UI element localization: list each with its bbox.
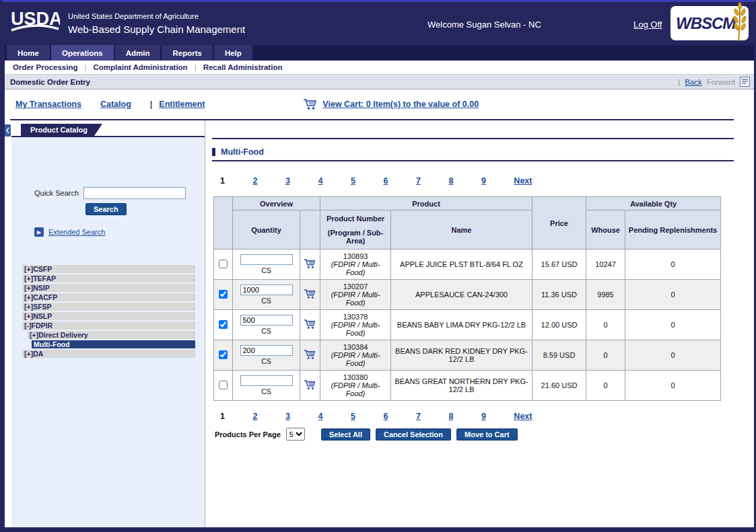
page-7[interactable]: 7 xyxy=(416,412,446,421)
quantity-input[interactable] xyxy=(240,345,293,356)
page-2[interactable]: 2 xyxy=(252,176,283,186)
page-title: Multi-Food xyxy=(221,147,264,157)
program-sub-area: (FDPIR / Multi-Food) xyxy=(323,260,388,276)
page-next[interactable]: Next xyxy=(514,176,544,186)
divider xyxy=(212,138,734,139)
page-9[interactable]: 9 xyxy=(481,412,512,421)
page-1[interactable]: 1 xyxy=(220,176,250,186)
whouse-qty: 0 xyxy=(586,371,625,401)
search-button[interactable]: Search xyxy=(85,203,127,215)
add-to-cart-icon[interactable] xyxy=(304,349,316,360)
pending-qty: 0 xyxy=(625,310,721,340)
add-to-cart-icon[interactable] xyxy=(304,289,316,299)
separator: | xyxy=(85,63,87,71)
page-8[interactable]: 8 xyxy=(448,176,479,186)
page-5[interactable]: 5 xyxy=(351,412,381,421)
tree-item-multi-food: Multi-Food xyxy=(22,340,195,348)
price: 15.67 USD xyxy=(532,250,586,280)
page-3[interactable]: 3 xyxy=(285,176,316,186)
page-4[interactable]: 4 xyxy=(318,176,348,186)
page-5[interactable]: 5 xyxy=(351,176,381,186)
product-number: 130207 xyxy=(323,282,388,291)
quantity-input[interactable] xyxy=(240,254,293,265)
main-panel: Multi-Food 1 2 3 4 5 6 7 8 9 Next xyxy=(205,120,754,527)
products-per-page-select[interactable]: 5 xyxy=(286,428,305,441)
product-number: 130893 xyxy=(323,252,388,260)
subnav-complaint-administration[interactable]: Complaint Administration xyxy=(94,63,188,71)
page-7[interactable]: 7 xyxy=(416,176,446,186)
table-row: CS 130893(FDPIR / Multi-Food) APPLE JUIC… xyxy=(214,250,721,280)
separator: | xyxy=(195,63,197,71)
wheat-icon xyxy=(730,1,750,44)
page-8[interactable]: 8 xyxy=(448,412,479,421)
page-4[interactable]: 4 xyxy=(318,412,348,421)
breadcrumb: Domestic Order Entry xyxy=(10,78,90,86)
tab-admin[interactable]: Admin xyxy=(115,45,161,61)
row-select-checkbox[interactable] xyxy=(219,260,228,268)
section-header: Multi-Food xyxy=(212,147,734,161)
quantity-input[interactable] xyxy=(240,284,293,295)
quantity-input[interactable] xyxy=(240,315,293,326)
row-select-checkbox[interactable] xyxy=(219,350,228,359)
page-9[interactable]: 9 xyxy=(481,176,512,186)
program-sub-area: (FDPIR / Multi-Food) xyxy=(323,321,388,337)
app-title-block: United States Department of Agriculture … xyxy=(68,12,245,35)
tab-home[interactable]: Home xyxy=(7,45,50,61)
page-6[interactable]: 6 xyxy=(383,176,413,186)
department-line: United States Department of Agriculture xyxy=(68,12,245,20)
pending-qty: 0 xyxy=(625,280,721,310)
product-name: BEANS BABY LIMA DRY PKG-12/2 LB xyxy=(391,310,532,340)
page-options-icon[interactable] xyxy=(740,77,750,87)
catalog-link[interactable]: Catalog xyxy=(100,100,131,109)
page-1[interactable]: 1 xyxy=(220,412,250,421)
sidebar-title: Product Catalog xyxy=(21,124,102,136)
product-name: APPLESAUCE CAN-24/300 xyxy=(391,280,532,310)
tree-item-sfsp: [+]SFSP xyxy=(22,303,195,311)
forward-link: Forward xyxy=(707,78,735,86)
page-2[interactable]: 2 xyxy=(252,412,283,421)
product-number-column-header: Product Number (Program / Sub-Area) xyxy=(320,211,391,250)
separator: | xyxy=(678,78,680,86)
collapse-panel-icon[interactable] xyxy=(5,124,11,137)
tree-item-da: [+]DA xyxy=(22,350,195,358)
select-all-button[interactable]: Select All xyxy=(321,428,370,441)
quick-search-label: Quick Search xyxy=(34,189,79,197)
product-number: 130378 xyxy=(323,313,388,321)
move-to-cart-button[interactable]: Move to Cart xyxy=(456,428,518,441)
log-off-link[interactable]: Log Off xyxy=(633,20,662,30)
unit-label: CS xyxy=(236,266,297,274)
available-qty-group-header: Available Qty xyxy=(586,197,721,211)
quantity-input[interactable] xyxy=(240,375,293,386)
back-link[interactable]: Back xyxy=(685,78,702,86)
unit-label: CS xyxy=(236,357,297,365)
cancel-selection-button[interactable]: Cancel Selection xyxy=(376,428,451,441)
tab-reports[interactable]: Reports xyxy=(162,45,212,61)
tab-operations[interactable]: Operations xyxy=(51,45,114,61)
product-name: BEANS GREAT NORTHERN DRY PKG-12/2 LB xyxy=(391,371,532,401)
tree-item-fdpir: [-]FDPIR xyxy=(22,321,195,330)
program-sub-area: (FDPIR / Multi-Food) xyxy=(323,381,388,397)
portal-links-row: My Transactions Catalog | Entitlement Vi… xyxy=(5,89,754,119)
product-number: 130380 xyxy=(323,373,388,381)
subnav-order-processing[interactable]: Order Processing xyxy=(13,63,78,71)
page-3[interactable]: 3 xyxy=(285,412,316,421)
select-column-header xyxy=(214,197,233,250)
row-select-checkbox[interactable] xyxy=(219,290,228,299)
add-to-cart-icon[interactable] xyxy=(304,379,316,390)
subnav-recall-administration[interactable]: Recall Administration xyxy=(203,63,283,71)
page-6[interactable]: 6 xyxy=(383,412,413,421)
my-transactions-link[interactable]: My Transactions xyxy=(15,100,81,109)
extended-search-link[interactable]: Extended Search xyxy=(48,228,105,236)
add-to-cart-icon[interactable] xyxy=(304,258,316,269)
quick-search-input[interactable] xyxy=(83,187,186,199)
cart-icon xyxy=(303,98,318,110)
view-cart-link[interactable]: View Cart: 0 Item(s) to the value of 0.0… xyxy=(322,100,479,109)
row-select-checkbox[interactable] xyxy=(219,320,228,329)
tab-help[interactable]: Help xyxy=(214,45,252,61)
program-sub-area: (FDPIR / Multi-Food) xyxy=(323,351,388,367)
whouse-qty: 9985 xyxy=(586,280,625,310)
page-next[interactable]: Next xyxy=(514,412,544,421)
row-select-checkbox[interactable] xyxy=(219,381,228,389)
add-to-cart-icon[interactable] xyxy=(304,319,316,330)
entitlement-link[interactable]: Entitlement xyxy=(159,100,205,109)
